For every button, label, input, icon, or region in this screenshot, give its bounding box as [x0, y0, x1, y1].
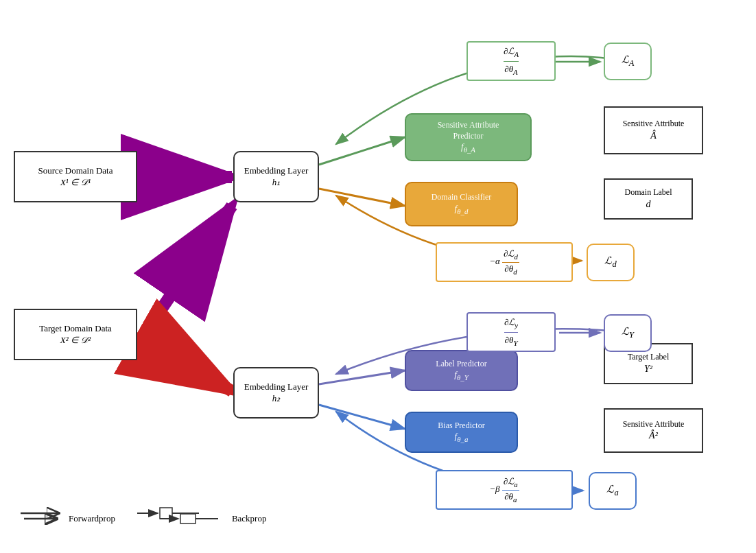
loss-A-math: ℒA — [622, 54, 635, 69]
backprop-icon — [156, 512, 225, 526]
loss-a-math: ℒa — [606, 483, 618, 498]
sensitive-attr2-output-box: Sensitive Attribute Â² — [604, 408, 703, 453]
source-domain-math: X¹ ∈ 𝒟¹ — [38, 177, 113, 189]
arrows-layer — [0, 0, 756, 553]
source-domain-label: Source Domain Data — [38, 165, 113, 177]
loss-d-box: ℒd — [587, 244, 635, 281]
target-label-output-label: Target Label — [628, 352, 670, 363]
sensitive-attr2-output-math: Â² — [623, 430, 685, 442]
sensitive-attr-output-box: Sensitive Attribute Â — [604, 106, 703, 154]
domain-classifier-label: Domain Classifier — [432, 192, 492, 203]
grad-d-box: −α ∂ℒd ∂θd — [436, 242, 573, 282]
embedding2-math: h₂ — [244, 393, 309, 405]
loss-d-math: ℒd — [604, 255, 616, 270]
grad-Y-math: ∂ℒy ∂θY — [504, 316, 518, 349]
svg-rect-21 — [180, 514, 196, 523]
sensitive-attr2-output-label: Sensitive Attribute — [623, 419, 685, 430]
target-domain-label: Target Domain Data — [39, 323, 112, 335]
sensitive-attr-predictor-math: fθ_A — [438, 141, 499, 154]
label-predictor-label: Label Predictor — [436, 359, 486, 370]
embedding1-math: h₁ — [244, 177, 309, 189]
embedding1-box: Embedding Layer h₁ — [233, 151, 319, 202]
label-predictor-math: fθ_Y — [436, 369, 486, 382]
embedding2-box: Embedding Layer h₂ — [233, 367, 319, 419]
embedding2-label: Embedding Layer — [244, 381, 309, 393]
backprop-legend: Backprop — [156, 512, 267, 526]
domain-label-output-math: d — [625, 198, 672, 211]
sensitive-attr-output-label: Sensitive Attribute — [623, 119, 685, 130]
label-predictor-box: Label Predictor fθ_Y — [405, 350, 518, 391]
loss-a-box: ℒa — [589, 472, 637, 510]
domain-label-output-label: Domain Label — [625, 187, 672, 198]
grad-d-math: −α ∂ℒd ∂θd — [489, 248, 519, 277]
source-domain-box: Source Domain Data X¹ ∈ 𝒟¹ — [14, 151, 137, 202]
target-label-output-math: Y² — [628, 363, 670, 375]
diagram: Source Domain Data X¹ ∈ 𝒟¹ Target Domain… — [0, 0, 756, 553]
loss-Y-math: ℒY — [622, 325, 634, 340]
domain-classifier-math: fθ_d — [432, 203, 492, 216]
domain-classifier-box: Domain Classifier fθ_d — [405, 182, 518, 226]
sensitive-attr-predictor-label: Sensitive AttributePredictor — [438, 120, 499, 141]
embedding1-label: Embedding Layer — [244, 165, 309, 177]
bias-predictor-label: Bias Predictor — [438, 421, 484, 432]
sensitive-attr-predictor-box: Sensitive AttributePredictor fθ_A — [405, 113, 532, 161]
legend: Forwardprop Backprop — [21, 512, 266, 526]
forwardprop-legend: Forwardprop — [21, 512, 115, 526]
grad-a-box: −β ∂ℒa ∂θa — [436, 470, 573, 510]
grad-a-math: −β ∂ℒa ∂θa — [489, 475, 519, 505]
backprop-label: Backprop — [232, 513, 267, 524]
bias-predictor-box: Bias Predictor fθ_a — [405, 412, 518, 453]
loss-Y-box: ℒY — [604, 314, 652, 352]
target-domain-box: Target Domain Data X² ∈ 𝒟² — [14, 309, 137, 360]
sensitive-attr-output-math: Â — [623, 130, 685, 142]
grad-A-box: ∂ℒA ∂θA — [466, 41, 556, 81]
grad-A-math: ∂ℒA ∂θA — [504, 45, 519, 78]
target-domain-math: X² ∈ 𝒟² — [39, 335, 112, 346]
forwardprop-label: Forwardprop — [69, 513, 115, 524]
forwardprop-icon — [21, 512, 62, 526]
loss-A-box: ℒA — [604, 43, 652, 80]
domain-label-output-box: Domain Label d — [604, 178, 693, 220]
bias-predictor-math: fθ_a — [438, 431, 484, 444]
grad-Y-box: ∂ℒy ∂θY — [466, 312, 556, 352]
